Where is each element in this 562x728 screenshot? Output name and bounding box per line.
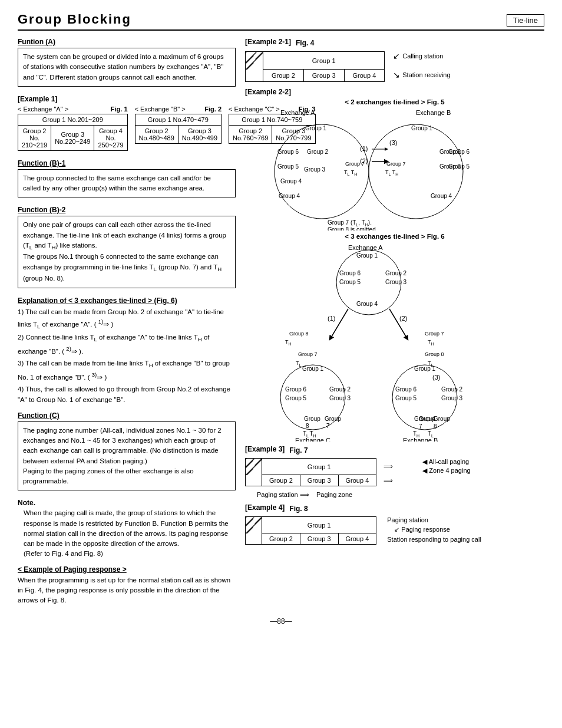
svg-text:Group 4: Group 4 [280, 178, 302, 185]
svg-text:TL TH: TL TH [385, 169, 398, 176]
function-a-title: Funtion (A) [18, 38, 236, 46]
svg-text:Group 2: Group 2 [385, 270, 407, 276]
note-section: Note. When the paging call is made, the … [18, 499, 236, 559]
example1-label: [Example 1] [18, 95, 236, 103]
exchange-b-fig: Fig. 2 [204, 106, 222, 113]
exchange-b-block: < Exchange "B" > Fig. 2 Group 1 No.470~4… [135, 106, 222, 151]
function-a-section: Funtion (A) The system can be grouped or… [18, 38, 236, 87]
svg-text:Group 4: Group 4 [279, 193, 300, 199]
svg-text:TH: TH [285, 339, 292, 346]
svg-text:Group 3: Group 3 [439, 163, 461, 170]
allcall-arrow-cell: ⟹ [376, 459, 401, 475]
note-text: When the paging call is made, the group … [24, 508, 236, 559]
exchange-b-table: Group 1 No.470~479 Group 2No.480~489 Gro… [135, 114, 222, 144]
svg-text:(1): (1) [328, 315, 335, 322]
group3-fig4: Group 3 [303, 70, 344, 82]
svg-text:Group 7: Group 7 [298, 351, 318, 357]
paging-station-fig8: Paging station [387, 516, 481, 523]
empty-cell-fig7 [246, 475, 262, 486]
fig7-wrap: Group 1 ⟹ Group 2 Group 3 Group 4 ⟹ [245, 458, 544, 486]
svg-text:Group 4: Group 4 [414, 416, 436, 422]
receiving-station-label: ↘ Station receiving [393, 70, 450, 80]
fig7-table: Group 1 ⟹ Group 2 Group 3 Group 4 ⟹ [245, 458, 414, 486]
function-b2-text: Only one pair of groups can call each ot… [18, 216, 236, 288]
svg-text:7: 7 [419, 423, 422, 430]
example4-header: [Example 4] Fig. 8 [245, 503, 544, 514]
group2-a: Group 2No. 210~219 [18, 125, 51, 150]
example3-header: [Example 3] Fig. 7 [245, 445, 544, 456]
empty-cell [246, 70, 263, 82]
svg-text:Group 8: Group 8 [289, 331, 309, 337]
function-b1-section: Function (B)-1 The group connected to th… [18, 159, 236, 198]
fig4-table: Group 1 Group 2 Group 3 Group 4 [245, 51, 385, 82]
svg-text:Group 5: Group 5 [395, 395, 417, 401]
paging-station-zone-label: Paging station ⟹ Paging zone [257, 491, 544, 499]
svg-text:Group 1: Group 1 [356, 252, 378, 259]
svg-text:(1): (1) [360, 145, 368, 152]
svg-text:Group 6: Group 6 [339, 270, 361, 276]
svg-line-37 [330, 309, 348, 338]
svg-text:Group 2: Group 2 [307, 149, 329, 155]
svg-text:Group 6: Group 6 [277, 149, 299, 155]
fig8-table-container: Group 1 Group 2 Group 3 Group 4 [245, 516, 376, 545]
svg-text:Group: Group [304, 416, 320, 422]
fig8-labels: Paging station ↙ Paging response Station… [387, 516, 481, 543]
exchange-b-name: < Exchange "B" > [135, 106, 186, 113]
svg-text:Group 3: Group 3 [329, 395, 351, 401]
svg-text:TH: TH [428, 339, 434, 346]
group3-fig8: Group 3 [300, 533, 338, 545]
fig4-label: Fig. 4 [296, 39, 314, 47]
group2-fig4: Group 2 [263, 70, 304, 82]
group1-fig4: Group 1 [263, 52, 385, 70]
exchange-a-header: < Exchange "A" > Fig. 1 [18, 106, 128, 113]
group2-fig7: Group 2 [262, 475, 300, 486]
fig4-table-wrap: Group 1 Group 2 Group 3 Group 4 ↙ [245, 51, 544, 82]
fig6-svg: Exchange A Group 1 Group 6 Group 5 Group… [245, 241, 492, 442]
left-column: Funtion (A) The system can be grouped or… [18, 38, 236, 605]
note-title: Note. [18, 499, 236, 507]
svg-text:Group 7: Group 7 [425, 331, 444, 337]
group3-fig7: Group 3 [300, 475, 338, 486]
group1-a: Group 1 No.201~209 [18, 114, 128, 125]
table-row: Group 2 Group 3 Group 4 ⟹ [246, 475, 415, 486]
svg-text:Group 5: Group 5 [339, 279, 361, 285]
svg-text:8: 8 [306, 423, 309, 429]
tieline-badge: Tie-line [507, 14, 544, 27]
group4-fig8: Group 4 [338, 533, 376, 545]
exchange-a-table: Group 1 No.201~209 Group 2No. 210~219 Gr… [18, 114, 128, 151]
fig4-table-container: Group 1 Group 2 Group 3 Group 4 [245, 51, 385, 82]
paging-response-section: < Example of Paging response > When the … [18, 565, 236, 606]
svg-text:Group 4: Group 4 [356, 301, 378, 307]
table-row: Group 1 [246, 52, 385, 70]
zone4-arrow-cell: ⟹ [376, 475, 401, 486]
example3-label: [Example 3] [245, 445, 285, 453]
svg-text:TL TH: TL TH [344, 169, 357, 176]
receiving-station-text: Station receiving [402, 71, 450, 78]
group4-fig4: Group 4 [344, 70, 385, 82]
group4-a: Group 4No. 250~279 [94, 125, 127, 150]
page-title: Group Blocking [18, 12, 131, 27]
function-b2-title: Function (B)-2 [18, 206, 236, 214]
svg-text:(2): (2) [399, 315, 407, 322]
function-b1-title: Function (B)-1 [18, 159, 236, 167]
exchange-tables: < Exchange "A" > Fig. 1 Group 1 No.201~2… [18, 106, 236, 151]
zone4-label: ◀ Zone 4 paging [422, 467, 470, 475]
table-row: Group 2No.480~489 Group 3No.490~499 [135, 125, 222, 143]
svg-text:(3): (3) [432, 374, 440, 381]
fig7-label: Fig. 7 [289, 446, 308, 454]
example2-1-header: [Example 2-1] Fig. 4 [245, 38, 544, 48]
table-row: Group 1 ⟹ [246, 459, 415, 475]
explanation-fig6-section: Explanation of < 3 exchanges tie-lined >… [18, 297, 236, 406]
function-a-text: The system can be grouped or divided int… [18, 48, 236, 87]
svg-text:Group 8: Group 8 [425, 351, 444, 357]
function-c-title: Function (C) [18, 411, 236, 420]
svg-text:Group 1: Group 1 [411, 125, 433, 131]
svg-text:Group 5: Group 5 [285, 395, 307, 401]
fig5-diagram: Exchange A Exchange B Group 1 Group 6 Gr… [245, 107, 544, 230]
example2-2-label: [Example 2-2] [245, 88, 544, 96]
svg-text:Group 1: Group 1 [414, 365, 436, 372]
fig8-wrap: Group 1 Group 2 Group 3 Group 4 Paging s… [245, 516, 544, 545]
fig7-labels: ◀ All-call paging ◀ Zone 4 paging [422, 458, 470, 475]
allcall-label: ◀ All-call paging [422, 458, 470, 466]
svg-text:Group 6: Group 6 [285, 386, 307, 393]
